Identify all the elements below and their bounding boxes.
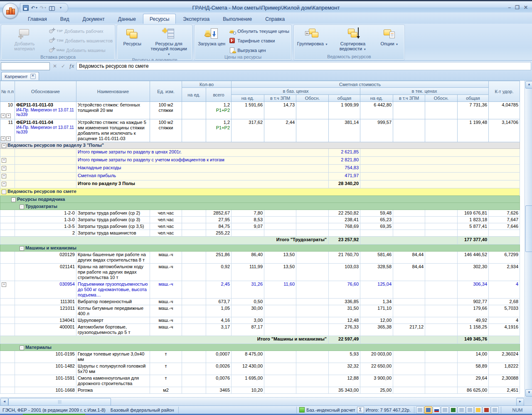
- cell[interactable]: 69,35: [360, 223, 393, 230]
- minimize-button[interactable]: –: [508, 5, 511, 10]
- cell[interactable]: 12 430,00: [232, 363, 264, 375]
- cell[interactable]: [232, 230, 264, 237]
- cell[interactable]: [15, 165, 76, 173]
- cell[interactable]: Затраты труда рабочих (ср 3,5): [76, 223, 150, 230]
- resource-row[interactable]: 2 Затраты труда машинистов чел.час 255,2…: [0, 230, 520, 237]
- cell[interactable]: [425, 281, 458, 299]
- expand-icon[interactable]: +: [1, 114, 5, 118]
- cell[interactable]: 84,75: [206, 223, 232, 230]
- cell[interactable]: 32,32: [329, 363, 360, 375]
- cell[interactable]: 14,00: [458, 351, 489, 363]
- statusbar-tool-9[interactable]: [483, 406, 490, 414]
- cell[interactable]: 0,92: [206, 264, 232, 281]
- resource-row[interactable]: 1-2-0 Затраты труда рабочих (ср 2) чел.ч…: [0, 210, 520, 217]
- cell[interactable]: [489, 336, 520, 344]
- cell[interactable]: [0, 223, 15, 230]
- cell[interactable]: [393, 119, 425, 142]
- cell[interactable]: Краны на автомобильном ходу при работе н…: [76, 264, 150, 281]
- cell[interactable]: [264, 317, 296, 324]
- col-base-per-unit[interactable]: на ед.: [232, 95, 264, 102]
- expand-icon[interactable]: +: [6, 114, 11, 118]
- tab-Вид[interactable]: Вид: [54, 14, 76, 24]
- cell[interactable]: [425, 375, 458, 387]
- cell[interactable]: 101-1668: [15, 387, 76, 394]
- cell[interactable]: 49,92: [458, 317, 489, 324]
- cell[interactable]: [296, 252, 329, 264]
- tab-Главная[interactable]: Главная: [22, 14, 53, 24]
- cell[interactable]: 179,66: [458, 305, 489, 317]
- cell[interactable]: [425, 217, 458, 223]
- summary-row[interactable]: + Итого по разделу 3 Полы 28 340,20: [0, 180, 520, 188]
- cell[interactable]: [360, 230, 393, 237]
- col-cur-zpm[interactable]: в т.ч ЗПМ: [393, 95, 425, 102]
- statusbar-tool-5[interactable]: [449, 406, 457, 414]
- cell[interactable]: [393, 375, 425, 387]
- cell[interactable]: [296, 299, 329, 305]
- cell[interactable]: 12,48: [329, 317, 360, 324]
- statusbar-tool-2[interactable]: [424, 406, 432, 414]
- cell[interactable]: [393, 230, 425, 237]
- cell[interactable]: 7 731,36: [458, 102, 489, 119]
- button-Ресурсы для текущей позиции[interactable]: Ресурсы для текущей позиции ▼: [148, 26, 190, 57]
- cell[interactable]: [425, 264, 458, 281]
- cell[interactable]: 1 591,66: [232, 102, 264, 119]
- cell[interactable]: 1,2Р1+Р2: [206, 102, 232, 119]
- cell[interactable]: +: [0, 180, 15, 188]
- cell[interactable]: Устройство стяжек: на каждые 5 мм измене…: [76, 119, 150, 142]
- cell[interactable]: Шурупы с полукруглой головкой 5x70 мм: [76, 363, 150, 375]
- cell[interactable]: [296, 387, 329, 394]
- cell[interactable]: 0,0026: [206, 363, 232, 375]
- summary-row[interactable]: + Итого прямые затраты по разделу с учет…: [0, 157, 520, 165]
- cell[interactable]: [425, 223, 458, 230]
- subtotal-row[interactable]: Итого "Трудозатраты" 23 257,92 177 377,4…: [0, 237, 520, 245]
- cell[interactable]: 999,57: [360, 119, 393, 142]
- cell[interactable]: [264, 324, 296, 336]
- cell[interactable]: [296, 264, 329, 281]
- cell[interactable]: [425, 317, 458, 324]
- collapse-icon[interactable]: -: [20, 205, 24, 209]
- cell[interactable]: м2: [150, 387, 182, 394]
- cell[interactable]: [360, 336, 458, 344]
- cell[interactable]: Вибратор поверхностный: [76, 299, 150, 305]
- cell[interactable]: 4,04785: [489, 102, 520, 119]
- cell[interactable]: [0, 252, 15, 264]
- save-button[interactable]: [22, 4, 30, 12]
- cell[interactable]: [182, 264, 206, 281]
- cell[interactable]: 1,2Р1+Р2: [206, 119, 232, 142]
- scroll-down-icon[interactable]: ▼: [525, 389, 532, 397]
- button-Ресурсы[interactable]: Ресурсы: [119, 26, 145, 47]
- cell[interactable]: [393, 281, 425, 299]
- cell[interactable]: [393, 387, 425, 394]
- vertical-scroll-thumb[interactable]: [525, 205, 532, 252]
- cell[interactable]: 2: [15, 230, 76, 237]
- statusbar-tool-10[interactable]: [491, 406, 499, 414]
- cell[interactable]: 768,69: [329, 223, 360, 230]
- button-Сортировка ведомости[interactable]: Сортировка ведомости ▼: [332, 26, 374, 52]
- button-Тарифные ставки[interactable]: Тарифные ставки: [229, 37, 289, 44]
- section-header-row[interactable]: + Ведомость ресурсов по разделу 3 "Полы": [0, 142, 520, 149]
- cell[interactable]: [182, 217, 206, 223]
- cell[interactable]: 22 650,00: [360, 363, 393, 375]
- subtotal-base-value[interactable]: 22 597,49: [329, 336, 360, 344]
- cell[interactable]: 255,22: [206, 230, 232, 237]
- cell[interactable]: [393, 317, 425, 324]
- col-qty-total[interactable]: всего: [206, 88, 232, 102]
- expand-icon[interactable]: +: [6, 136, 11, 141]
- summary-value[interactable]: 471,97: [329, 173, 360, 180]
- cell[interactable]: 10++: [0, 102, 15, 119]
- summary-value[interactable]: 2 621,85: [329, 149, 360, 157]
- cell[interactable]: 11++: [0, 119, 15, 142]
- cell[interactable]: [393, 102, 425, 119]
- expand-icon[interactable]: +: [2, 182, 6, 186]
- cell[interactable]: 336,85: [329, 299, 360, 305]
- cell[interactable]: 302,30: [458, 264, 489, 281]
- cell[interactable]: 87,17: [232, 324, 264, 336]
- cell[interactable]: Затраты труда рабочих (ср 2): [76, 210, 150, 217]
- cell[interactable]: [458, 230, 489, 237]
- cell[interactable]: 4,16: [206, 317, 232, 324]
- cell[interactable]: 2,44: [264, 119, 296, 142]
- statusbar-tool-7[interactable]: [466, 406, 474, 414]
- cell[interactable]: [296, 324, 329, 336]
- position-row[interactable]: 11++ ФЕР11-01-011-04И4-Пр. Минрегион от …: [0, 119, 520, 142]
- subtotal-current-value[interactable]: 149 345,76: [458, 336, 489, 344]
